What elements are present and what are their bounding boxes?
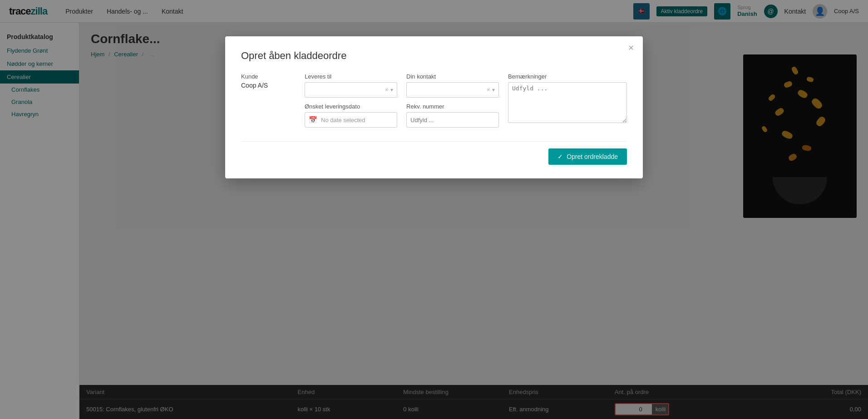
bemaerkninger-group: Bemærkninger	[508, 73, 627, 123]
kunde-value: Coop A/S	[241, 82, 296, 89]
leveringsdato-group: Ønsket leveringsdato 📅 No date selected	[305, 103, 397, 128]
submit-label: Opret ordrekladde	[567, 153, 618, 160]
kunde-group: Kunde Coop A/S	[241, 73, 296, 89]
chevron-down-icon[interactable]: ▾	[390, 87, 393, 93]
din-kontakt-group: Din kontakt × ▾	[406, 73, 499, 98]
modal-footer: ✓ Opret ordrekladde	[241, 141, 627, 165]
rekv-group: Rekv. nummer	[406, 103, 499, 128]
leveringsdato-value: No date selected	[321, 117, 365, 123]
kontakt-col: Din kontakt × ▾ Rekv. nummer	[406, 73, 499, 128]
modal-title: Opret åben kladdeordre	[241, 50, 627, 62]
modal-dialog: Opret åben kladdeordre × Kunde Coop A/S …	[225, 36, 643, 178]
rekv-label: Rekv. nummer	[406, 103, 499, 110]
din-kontakt-label: Din kontakt	[406, 73, 499, 80]
clear-icon[interactable]: ×	[385, 87, 388, 93]
leveringsdato-picker[interactable]: 📅 No date selected	[305, 112, 397, 128]
submit-button[interactable]: ✓ Opret ordrekladde	[548, 148, 627, 165]
leveres-til-label: Leveres til	[305, 73, 397, 80]
leveres-til-group: Leveres til × ▾	[305, 73, 397, 98]
modal-form: Kunde Coop A/S Leveres til × ▾ Øns	[241, 73, 627, 128]
checkmark-icon: ✓	[557, 153, 563, 160]
rekv-input[interactable]	[406, 112, 499, 128]
modal-overlay: Opret åben kladdeordre × Kunde Coop A/S …	[0, 0, 868, 419]
kunde-label: Kunde	[241, 73, 296, 80]
din-kontakt-select[interactable]: × ▾	[406, 82, 499, 98]
select-icons: × ▾	[385, 87, 393, 93]
bemaerkninger-textarea[interactable]	[508, 82, 627, 123]
clear-icon-2[interactable]: ×	[487, 87, 490, 93]
calendar-icon: 📅	[309, 116, 317, 124]
chevron-down-icon-2[interactable]: ▾	[492, 87, 495, 93]
select-icons-2: × ▾	[487, 87, 495, 93]
leveres-col: Leveres til × ▾ Ønsket leveringsdato 📅 N…	[305, 73, 397, 128]
leveringsdato-label: Ønsket leveringsdato	[305, 103, 397, 110]
din-kontakt-input[interactable]	[410, 87, 487, 94]
bemaerkninger-label: Bemærkninger	[508, 73, 627, 80]
leveres-til-select[interactable]: × ▾	[305, 82, 397, 98]
leveres-til-input[interactable]	[309, 87, 385, 94]
modal-close-button[interactable]: ×	[628, 43, 634, 52]
